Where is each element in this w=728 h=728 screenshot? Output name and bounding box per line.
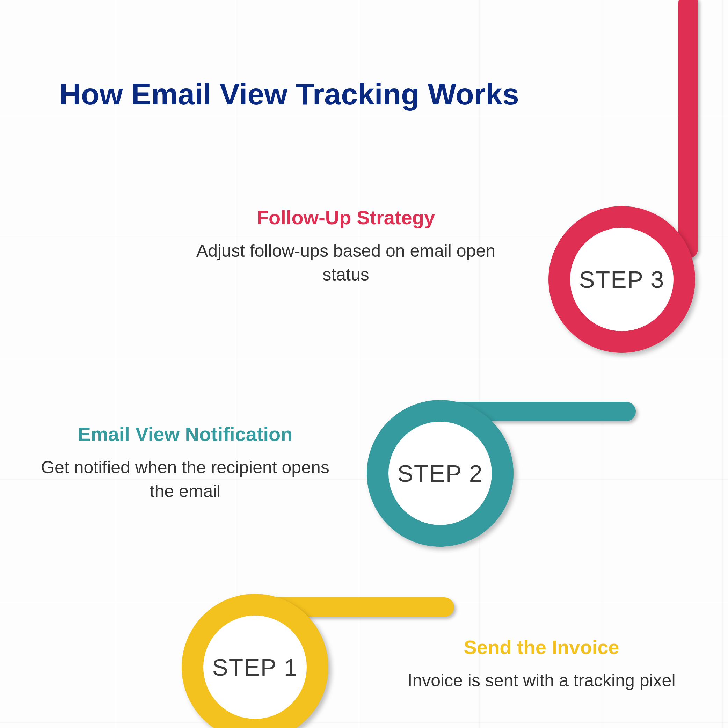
step-3-text: Follow-Up Strategy Adjust follow-ups bas…: [171, 206, 520, 286]
step-2-description: Get notified when the recipient opens th…: [28, 456, 343, 503]
step-2-heading: Email View Notification: [28, 423, 343, 445]
step-2-circle: STEP 2: [367, 400, 514, 547]
step-3-description: Adjust follow-ups based on email open st…: [171, 239, 520, 286]
step-1-text: Send the Invoice Invoice is sent with a …: [391, 636, 692, 693]
step-1-heading: Send the Invoice: [391, 636, 692, 659]
step-1-description: Invoice is sent with a tracking pixel: [391, 669, 692, 693]
connector-step3-top: [678, 0, 698, 258]
step-3-label: STEP 3: [579, 266, 664, 293]
step-2-text: Email View Notification Get notified whe…: [28, 423, 343, 503]
step-1-label: STEP 1: [212, 654, 298, 681]
step-2-label: STEP 2: [397, 460, 483, 487]
page-title: How Email View Tracking Works: [60, 77, 519, 112]
step-3-circle: STEP 3: [548, 206, 695, 353]
step-3-heading: Follow-Up Strategy: [171, 206, 520, 229]
